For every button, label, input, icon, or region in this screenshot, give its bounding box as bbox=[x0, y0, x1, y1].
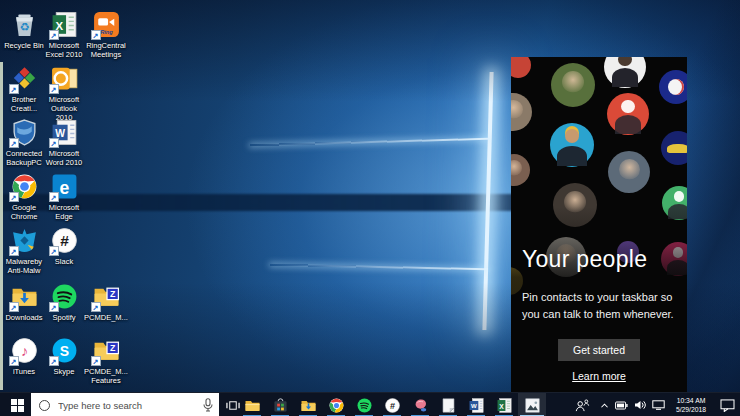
contact-avatar bbox=[551, 63, 595, 107]
taskbar-pinned-apps: #WX bbox=[238, 393, 546, 416]
desktop-icon-itunes[interactable]: ♪↗iTunes bbox=[2, 336, 46, 376]
shortcut-arrow-badge: ↗ bbox=[91, 356, 101, 366]
network-tray-button[interactable] bbox=[649, 393, 668, 416]
excel-icon: X bbox=[496, 397, 513, 414]
search-input[interactable] bbox=[56, 399, 202, 412]
people-taskbar-button[interactable] bbox=[567, 393, 597, 416]
desktop-icon-spotify[interactable]: ↗Spotify bbox=[42, 282, 86, 322]
pinkapp-icon bbox=[412, 397, 429, 414]
shortcut-arrow-badge: ↗ bbox=[91, 302, 101, 312]
desktop-icon-microsoft-edge[interactable]: e↗Microsoft Edge bbox=[42, 172, 86, 221]
desktop-icon-connected-backuppc[interactable]: ↗Connected BackupPC bbox=[2, 118, 46, 167]
taskbar-app-slack[interactable]: # bbox=[378, 393, 406, 416]
desktop-icon-label: Recycle Bin bbox=[4, 41, 44, 50]
desktop-icon-microsoft-outlook-2010[interactable]: ↗Microsoft Outlook 2010 bbox=[42, 64, 86, 122]
contact-avatar bbox=[661, 131, 687, 165]
desktop-icon-slack[interactable]: #↗Slack bbox=[42, 226, 86, 266]
desktop-icon-label: Slack bbox=[55, 257, 73, 266]
people-panel-description: Pin contacts to your taskbar so you can … bbox=[522, 289, 678, 322]
shortcut-arrow-badge: ↗ bbox=[49, 30, 59, 40]
taskbar-app-pink-app[interactable] bbox=[406, 393, 434, 416]
shortcut-arrow-badge: ↗ bbox=[49, 356, 59, 366]
show-hidden-icons-button[interactable] bbox=[597, 393, 612, 416]
store-icon bbox=[272, 397, 289, 414]
shortcut-arrow-badge: ↗ bbox=[9, 192, 19, 202]
word-icon: W↗ bbox=[50, 118, 79, 147]
zipfolder-icon: Z↗ bbox=[92, 336, 121, 365]
start-button[interactable] bbox=[4, 393, 30, 416]
contact-avatar bbox=[607, 93, 649, 135]
svg-text:Z: Z bbox=[110, 343, 116, 353]
desktop-icon-label: PCMDE_M... bbox=[84, 313, 128, 322]
malware-icon: ↗ bbox=[10, 226, 39, 255]
downloads-icon: ↗ bbox=[10, 282, 39, 311]
svg-text:♪: ♪ bbox=[20, 343, 27, 359]
people-panel-title: Your people bbox=[522, 246, 647, 273]
svg-text:#: # bbox=[389, 400, 394, 410]
desktop-icon-skype[interactable]: S↗Skype bbox=[42, 336, 86, 376]
contact-avatar bbox=[511, 57, 531, 78]
desktop-icon-malwarebytes-anti-malware[interactable]: ↗Malwareby Anti-Malw bbox=[2, 226, 46, 275]
desktop-icon-label: iTunes bbox=[13, 367, 35, 376]
battery-tray-button[interactable] bbox=[612, 393, 631, 416]
desktop-icon-label: Microsoft Word 2010 bbox=[46, 149, 83, 167]
shortcut-arrow-badge: ↗ bbox=[91, 30, 101, 40]
desktop-icon-label: Microsoft Edge bbox=[49, 203, 79, 221]
cortana-icon bbox=[39, 400, 50, 411]
svg-text:e: e bbox=[59, 178, 69, 198]
battery-icon bbox=[615, 401, 628, 410]
volume-tray-button[interactable] bbox=[631, 393, 649, 416]
svg-text:W: W bbox=[471, 402, 477, 408]
clock-time: 10:34 AM bbox=[668, 396, 714, 405]
desktop-icon-microsoft-excel-2010[interactable]: X↗Microsoft Excel 2010 bbox=[42, 10, 86, 59]
action-center-button[interactable] bbox=[714, 393, 740, 416]
desktop-icon-pcmde-m[interactable]: Z↗PCMDE_M... bbox=[84, 282, 128, 322]
contact-avatar bbox=[511, 93, 532, 131]
taskbar-app-google-chrome[interactable] bbox=[322, 393, 350, 416]
desktop-icon-label: Skype bbox=[54, 367, 75, 376]
taskbar-app-file-explorer[interactable] bbox=[238, 393, 266, 416]
taskbar-app-downloads-folder[interactable] bbox=[294, 393, 322, 416]
taskbar-app-photos[interactable] bbox=[518, 393, 546, 416]
shortcut-arrow-badge: ↗ bbox=[9, 356, 19, 366]
svg-text:♻: ♻ bbox=[19, 21, 29, 33]
svg-text:X: X bbox=[499, 402, 504, 409]
taskbar-search-box[interactable] bbox=[31, 393, 219, 416]
shortcut-arrow-badge: ↗ bbox=[9, 138, 19, 148]
shortcut-arrow-badge: ↗ bbox=[9, 246, 19, 256]
word-icon: W bbox=[468, 397, 485, 414]
shortcut-arrow-badge: ↗ bbox=[49, 302, 59, 312]
desktop-icon-pcmde-m-features[interactable]: Z↗PCMDE_M... Features bbox=[84, 336, 128, 385]
slack-icon: #↗ bbox=[50, 226, 79, 255]
svg-text:Ring: Ring bbox=[100, 29, 113, 35]
desktop-icon-microsoft-word-2010[interactable]: W↗Microsoft Word 2010 bbox=[42, 118, 86, 167]
desktop-icon-label: Microsoft Excel 2010 bbox=[45, 41, 82, 59]
desktop-icon-google-chrome[interactable]: ↗Google Chrome bbox=[2, 172, 46, 221]
svg-text:Z: Z bbox=[110, 289, 116, 299]
notepad-icon bbox=[440, 397, 457, 414]
desktop-icon-brother-creative[interactable]: ↗Brother Creati... bbox=[2, 64, 46, 113]
taskbar-app-microsoft-excel[interactable]: X bbox=[490, 393, 518, 416]
desktop-icon-ringcentral-meetings[interactable]: Ring↗RingCentral Meetings bbox=[84, 10, 128, 59]
shortcut-arrow-badge: ↗ bbox=[49, 246, 59, 256]
shortcut-arrow-badge: ↗ bbox=[49, 192, 59, 202]
desktop-icon-label: Malwareby Anti-Malw bbox=[6, 257, 42, 275]
microphone-icon[interactable] bbox=[202, 398, 214, 412]
desktop-icon-label: PCMDE_M... Features bbox=[84, 367, 128, 385]
desktop-icon-recycle-bin[interactable]: ♻Recycle Bin bbox=[2, 10, 46, 50]
taskbar-app-microsoft-word[interactable]: W bbox=[462, 393, 490, 416]
get-started-button[interactable]: Get started bbox=[558, 339, 640, 361]
desktop-icon-label: Brother Creati... bbox=[11, 95, 37, 113]
taskbar-app-spotify[interactable] bbox=[350, 393, 378, 416]
learn-more-link[interactable]: Learn more bbox=[572, 370, 626, 382]
taskbar-clock[interactable]: 10:34 AM 5/29/2018 bbox=[668, 396, 714, 414]
windows-logo-icon bbox=[11, 399, 24, 412]
clock-date: 5/29/2018 bbox=[668, 405, 714, 414]
taskbar-app-microsoft-store[interactable] bbox=[266, 393, 294, 416]
excel-icon: X↗ bbox=[50, 10, 79, 39]
taskbar-app-notepad[interactable] bbox=[434, 393, 462, 416]
contact-avatar bbox=[511, 154, 530, 186]
speaker-icon bbox=[634, 400, 646, 410]
desktop-icon-downloads[interactable]: ↗Downloads bbox=[2, 282, 46, 322]
zipfolder-icon: Z↗ bbox=[92, 282, 121, 311]
